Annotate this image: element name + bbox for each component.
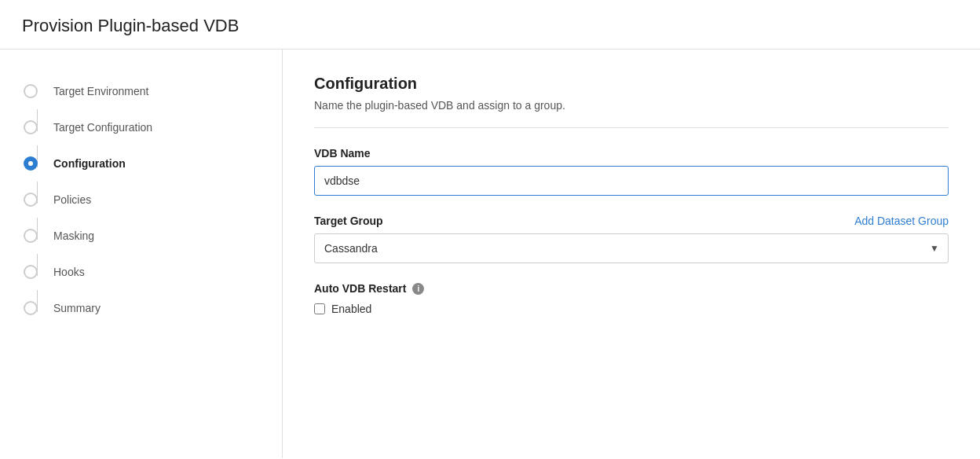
add-dataset-group-link[interactable]: Add Dataset Group (854, 215, 949, 227)
step-circle-masking (24, 229, 38, 243)
sidebar-item-configuration[interactable]: Configuration (0, 145, 282, 182)
enabled-label: Enabled (331, 303, 371, 315)
step-label-hooks: Hooks (53, 266, 85, 278)
step-circle-target-configuration (24, 120, 38, 134)
auto-vdb-restart-label-row: Auto VDB Restart i (314, 282, 949, 295)
sidebar-item-policies[interactable]: Policies (0, 182, 282, 218)
vdb-name-field-group: VDB Name (314, 147, 949, 196)
page-body: Target EnvironmentTarget ConfigurationCo… (0, 50, 980, 458)
step-circle-hooks (24, 265, 38, 279)
vdb-name-input[interactable] (314, 166, 949, 196)
step-circle-summary (24, 301, 38, 315)
page-header: Provision Plugin-based VDB (0, 0, 980, 50)
enabled-checkbox-row: Enabled (314, 303, 949, 315)
main-content: Configuration Name the plugin-based VDB … (283, 50, 980, 458)
step-label-summary: Summary (53, 302, 101, 314)
sidebar-item-summary[interactable]: Summary (0, 290, 282, 326)
auto-vdb-restart-section: Auto VDB Restart i Enabled (314, 282, 949, 315)
divider (314, 127, 949, 128)
step-list: Target EnvironmentTarget ConfigurationCo… (0, 73, 282, 326)
vdb-name-label: VDB Name (314, 147, 949, 160)
target-group-header: Target Group Add Dataset Group (314, 215, 949, 227)
step-label-target-environment: Target Environment (53, 85, 148, 97)
target-group-label: Target Group (314, 215, 383, 227)
step-label-policies: Policies (53, 193, 91, 206)
sidebar-item-masking[interactable]: Masking (0, 218, 282, 254)
section-title: Configuration (314, 75, 949, 93)
sidebar-item-target-configuration[interactable]: Target Configuration (0, 109, 282, 145)
auto-restart-label: Auto VDB Restart (314, 282, 406, 295)
step-circle-target-environment (24, 84, 38, 98)
step-circle-configuration (24, 156, 38, 171)
enabled-checkbox[interactable] (314, 303, 325, 314)
section-subtitle: Name the plugin-based VDB and assign to … (314, 99, 949, 112)
info-icon: i (412, 283, 424, 295)
target-group-select[interactable]: Cassandra (314, 233, 949, 263)
sidebar-item-hooks[interactable]: Hooks (0, 254, 282, 290)
sidebar-item-target-environment[interactable]: Target Environment (0, 73, 282, 109)
step-label-configuration: Configuration (53, 157, 126, 170)
target-group-field-group: Target Group Add Dataset Group Cassandra… (314, 215, 949, 263)
step-label-target-configuration: Target Configuration (53, 121, 152, 134)
sidebar: Target EnvironmentTarget ConfigurationCo… (0, 50, 283, 458)
step-circle-policies (24, 193, 38, 207)
step-label-masking: Masking (53, 230, 94, 242)
target-group-select-wrapper: Cassandra ▼ (314, 233, 949, 263)
page-title: Provision Plugin-based VDB (22, 16, 958, 36)
